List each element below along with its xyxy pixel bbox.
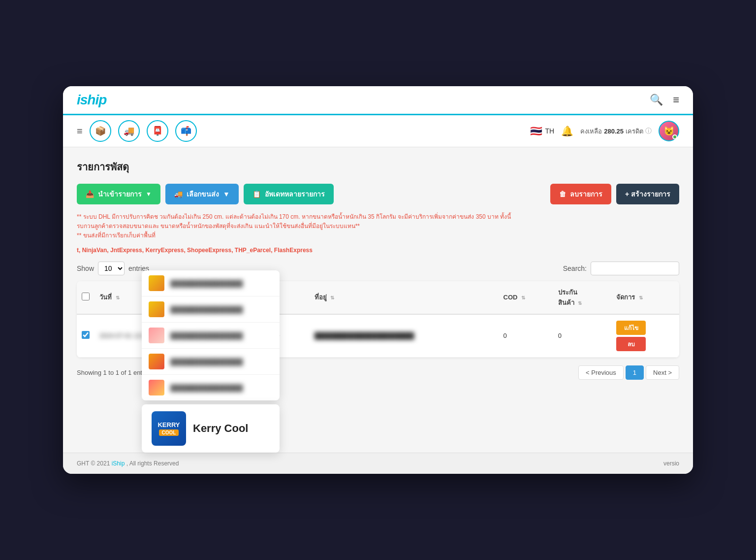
logo: iship (77, 92, 106, 108)
online-indicator (672, 134, 677, 139)
credit-unit: เครดิต (626, 126, 643, 136)
create-button[interactable]: + สร้างรายการ (616, 184, 679, 204)
next-button[interactable]: Next > (646, 365, 679, 380)
page-1-button[interactable]: 1 (626, 365, 644, 380)
warning-line3: ** ขนส่งที่มีการเรียกเก็บค่าพื้นที่ (77, 231, 679, 240)
sort-manage-icon: ⇅ (639, 295, 643, 300)
language-selector[interactable]: 🇹🇭 TH (530, 125, 555, 137)
delete-icon: 🗑 (559, 190, 566, 198)
delete-label: ลบรายการ (570, 189, 602, 199)
nav-icon-truck[interactable]: 🚚 (118, 120, 140, 142)
sort-insurance-icon: ⇅ (578, 300, 582, 306)
footer: GHT © 2021 iShip , All rights Reserved v… (63, 453, 693, 474)
kerry-cool-name: Kerry Cool (193, 422, 248, 435)
logo-ship: ship (80, 92, 107, 107)
top-nav: iship 🔍 ≡ (63, 86, 693, 115)
tooltip-item-4[interactable]: ████████████████ (142, 349, 280, 375)
footer-rights-text: , All rights Reserved (126, 460, 179, 467)
logo-i: i (77, 92, 80, 107)
showing-text: Showing 1 to 1 of 1 entries (77, 369, 153, 376)
import-icon: 📥 (86, 190, 94, 198)
ship-label: เลือกขนส่ง (187, 189, 219, 199)
row-cod: 0 (499, 314, 553, 358)
flag-icon: 🇹🇭 (530, 125, 542, 137)
credit-label: คงเหลือ (580, 126, 602, 136)
search-box: Search: (563, 262, 679, 275)
item-thumb-1 (149, 275, 164, 291)
update-button[interactable]: 📋 อัพเดทหลายรายการ (244, 184, 334, 204)
delete-button[interactable]: 🗑 ลบรายการ (550, 184, 611, 204)
item-text-4: ████████████████ (170, 358, 243, 365)
header-manage: จัดการ ⇅ (611, 281, 679, 314)
ship-button[interactable]: 🚚 เลือกขนส่ง ▼ (165, 184, 239, 204)
tooltip-item-5[interactable]: ████████████████ (142, 375, 280, 400)
nav-icon-parcel-1[interactable]: 📦 (90, 120, 111, 142)
nav-icon-package[interactable]: 📫 (175, 120, 197, 142)
row-checkbox[interactable] (82, 331, 90, 339)
footer-version: versio (663, 460, 679, 467)
notification-bell-icon[interactable]: 🔔 (561, 125, 573, 137)
tooltip-item-2[interactable]: ████████████████ (142, 296, 280, 323)
delete-row-button[interactable]: ลบ (616, 337, 646, 351)
ship-dropdown-icon: ▼ (223, 190, 230, 198)
item-text-3: ████████████████ (170, 332, 243, 339)
prev-button[interactable]: < Previous (578, 365, 624, 380)
item-text-2: ████████████████ (170, 306, 243, 313)
select-all-checkbox[interactable] (82, 293, 90, 300)
row-actions: แก้ไข ลบ (611, 314, 679, 358)
footer-brand-link[interactable]: iShip (112, 460, 125, 467)
item-thumb-3 (149, 328, 164, 343)
header-address: ที่อยู่ ⇅ (310, 281, 499, 314)
tooltip-item-3[interactable]: ████████████████ (142, 323, 280, 349)
update-icon: 📋 (252, 190, 261, 198)
warning-section: ** ระบบ DHL มีการปรับการคิดช วมกันต้องไม… (77, 212, 679, 241)
sort-address-icon: ⇅ (330, 295, 334, 300)
kerry-cool-badge[interactable]: KERRY COOL Kerry Cool (142, 404, 280, 453)
sort-cod-icon: ⇅ (521, 295, 525, 300)
row-address-value: ██████████████████████ (315, 332, 414, 339)
carrier-highlight: t, NinjaVan, JntExpress, KerryExpress, S… (77, 247, 313, 254)
top-nav-right: 🔍 ≡ (650, 94, 679, 106)
sub-nav: ≡ 📦 🚚 📮 📫 🇹🇭 TH 🔔 คงเหลือ 280.25 เครดิต … (63, 115, 693, 147)
language-code: TH (545, 127, 555, 135)
row-address: ██████████████████████ (310, 314, 499, 358)
edit-button[interactable]: แก้ไข (616, 321, 646, 335)
sidebar-toggle-icon[interactable]: ≡ (77, 126, 83, 137)
item-thumb-4 (149, 354, 164, 369)
main-content: รายการพัสดุ 📥 นำเข้ารายการ ▼ 🚚 เลือกขนส่… (63, 147, 693, 453)
pagination: < Previous 1 Next > (578, 365, 679, 380)
search-label: Search: (563, 264, 587, 272)
import-button[interactable]: 📥 นำเข้ารายการ ▼ (77, 184, 160, 204)
hamburger-menu-icon[interactable]: ≡ (673, 94, 679, 106)
search-input[interactable] (591, 262, 679, 275)
ship-icon: 🚚 (174, 190, 183, 198)
tooltip-list: ████████████████ ████████████████ ██████… (142, 270, 280, 400)
nav-icon-box[interactable]: 📮 (147, 120, 168, 142)
sort-date-icon: ⇅ (116, 295, 120, 300)
kerry-logo-top: KERRY (158, 421, 180, 428)
create-label: + สร้างรายการ (625, 189, 670, 199)
header-cod: COD ⇅ (499, 281, 553, 314)
tooltip-item-1[interactable]: ████████████████ (142, 270, 280, 296)
carrier-text: t, NinjaVan, JntExpress, KerryExpress, S… (77, 247, 679, 254)
import-dropdown-icon: ▼ (146, 191, 152, 198)
credit-info-icon[interactable]: ⓘ (645, 127, 652, 135)
item-text-5: ████████████████ (170, 384, 243, 392)
kerry-logo-bottom: COOL (159, 429, 179, 436)
import-label: นำเข้ารายการ (98, 189, 142, 199)
header-insurance: ประกันสินค้า ⇅ (553, 281, 611, 314)
credit-info: คงเหลือ 280.25 เครดิต ⓘ (580, 126, 652, 136)
search-icon[interactable]: 🔍 (650, 94, 663, 106)
footer-copyright-text: GHT © 2021 (77, 460, 112, 467)
kerry-logo: KERRY COOL (152, 411, 186, 446)
header-checkbox (77, 281, 94, 314)
avatar[interactable]: 😺 (659, 121, 679, 141)
show-entries: Show 10 25 50 entries (77, 262, 149, 275)
footer-copyright: GHT © 2021 iShip , All rights Reserved (77, 460, 179, 467)
row-checkbox-cell (77, 314, 94, 358)
show-label: Show (77, 264, 94, 272)
browser-window: iship 🔍 ≡ ≡ 📦 🚚 📮 📫 🇹🇭 TH 🔔 คงเหลือ 280.… (63, 86, 693, 474)
sub-nav-left: ≡ 📦 🚚 📮 📫 (77, 120, 197, 142)
page-title: รายการพัสดุ (77, 159, 679, 175)
entries-select[interactable]: 10 25 50 (98, 262, 125, 275)
